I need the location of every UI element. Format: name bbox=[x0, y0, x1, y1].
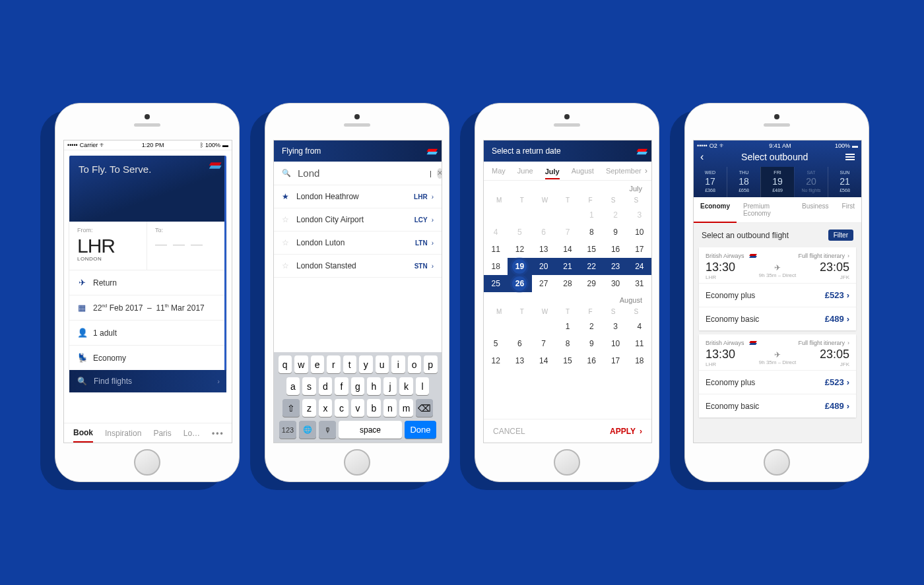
trip-type-field[interactable]: ✈ Return bbox=[69, 270, 224, 295]
calendar-day[interactable]: 11 bbox=[628, 335, 651, 352]
backspace-key[interactable]: ⌫ bbox=[416, 399, 433, 417]
date-strip[interactable]: WED17£368THU18£658FRI19£489SAT20No fligh… bbox=[694, 167, 861, 197]
shift-key[interactable]: ⇧ bbox=[282, 399, 300, 417]
fare-option[interactable]: Economy basic£489 › bbox=[699, 307, 856, 330]
key-x[interactable]: x bbox=[319, 399, 333, 417]
month-tab[interactable]: July bbox=[545, 168, 560, 179]
key-m[interactable]: m bbox=[399, 399, 413, 417]
bottom-tab[interactable]: Paris bbox=[153, 429, 171, 438]
airport-result[interactable]: ★ London HeathrowLHR › bbox=[274, 185, 442, 208]
calendar-day[interactable]: 30 bbox=[603, 275, 627, 292]
month-tab[interactable]: June bbox=[517, 167, 533, 175]
fare-option[interactable]: Economy plus£523 › bbox=[699, 370, 856, 394]
filter-button[interactable]: Filter bbox=[828, 230, 853, 241]
home-button[interactable] bbox=[344, 449, 370, 476]
key-f[interactable]: f bbox=[335, 377, 348, 395]
date-option[interactable]: WED17£368 bbox=[694, 167, 727, 197]
apply-button[interactable]: APPLY› bbox=[610, 427, 642, 436]
calendar-day[interactable]: 29 bbox=[579, 275, 603, 292]
calendar-day[interactable]: 5 bbox=[508, 224, 531, 241]
calendar-day[interactable]: 3 bbox=[628, 206, 651, 224]
calendar-day[interactable]: 24 bbox=[628, 258, 651, 275]
calendar-day[interactable]: 19 bbox=[508, 258, 531, 275]
home-button[interactable] bbox=[134, 449, 160, 476]
calendar-day[interactable]: 15 bbox=[579, 241, 603, 258]
key-y[interactable]: y bbox=[359, 355, 373, 373]
calendar-day[interactable]: 7 bbox=[532, 335, 556, 352]
key-d[interactable]: d bbox=[319, 377, 333, 395]
month-tab[interactable]: August bbox=[572, 167, 594, 175]
calendar-day[interactable]: 15 bbox=[556, 352, 579, 369]
done-key[interactable]: Done bbox=[405, 421, 436, 439]
airport-result[interactable]: ☆ London StanstedSTN › bbox=[274, 255, 442, 278]
mic-key[interactable]: 🎙 bbox=[319, 421, 336, 439]
key-n[interactable]: n bbox=[383, 399, 397, 417]
month-tab[interactable]: May bbox=[492, 167, 506, 175]
cabin-tab[interactable]: Premium Economy bbox=[737, 197, 795, 222]
calendar-day[interactable]: 22 bbox=[579, 258, 603, 275]
bottom-tab[interactable]: Inspiration bbox=[105, 429, 141, 438]
search-bar[interactable]: 🔍 | ✕ bbox=[274, 162, 442, 185]
cabin-field[interactable]: 💺 Economy bbox=[69, 345, 224, 370]
cabin-tab[interactable]: Economy bbox=[694, 197, 737, 223]
home-button[interactable] bbox=[554, 449, 580, 476]
cabin-tabs[interactable]: EconomyPremium EconomyBusinessFirst bbox=[694, 197, 861, 223]
fare-option[interactable]: Economy plus£523 › bbox=[699, 283, 856, 307]
key-u[interactable]: u bbox=[376, 355, 389, 373]
calendar-day[interactable]: 4 bbox=[484, 224, 508, 241]
key-c[interactable]: c bbox=[335, 399, 348, 417]
airport-result[interactable]: ☆ London LutonLTN › bbox=[274, 231, 442, 255]
calendar-day[interactable]: 14 bbox=[532, 352, 556, 369]
calendar-day[interactable]: 9 bbox=[603, 224, 627, 241]
key-t[interactable]: t bbox=[343, 355, 357, 373]
menu-icon[interactable] bbox=[845, 152, 855, 162]
itinerary-link[interactable]: Full flight itinerary › bbox=[798, 253, 849, 259]
dates-field[interactable]: ▦ 22nd Feb 2017 – 11th Mar 2017 bbox=[69, 295, 224, 320]
calendar-day[interactable]: 23 bbox=[603, 258, 627, 275]
key-z[interactable]: z bbox=[302, 399, 316, 417]
search-input[interactable] bbox=[296, 167, 424, 179]
key-e[interactable]: e bbox=[311, 355, 325, 373]
calendar-day[interactable]: 8 bbox=[579, 224, 603, 241]
key-a[interactable]: a bbox=[286, 377, 300, 395]
key-i[interactable]: i bbox=[391, 355, 405, 373]
bottom-tab[interactable]: Book bbox=[73, 428, 93, 443]
num-key[interactable]: 123 bbox=[279, 421, 296, 439]
calendar-day[interactable]: 20 bbox=[532, 258, 556, 275]
key-j[interactable]: j bbox=[383, 377, 397, 395]
calendar-day[interactable]: 5 bbox=[484, 335, 508, 352]
calendar-day[interactable]: 7 bbox=[556, 224, 579, 241]
key-p[interactable]: p bbox=[424, 355, 438, 373]
calendar-day[interactable]: 17 bbox=[628, 241, 651, 258]
calendar-day[interactable]: 13 bbox=[508, 352, 531, 369]
globe-key[interactable]: 🌐 bbox=[299, 421, 316, 439]
passengers-field[interactable]: 👤 1 adult bbox=[69, 320, 224, 345]
date-option[interactable]: SUN21£568 bbox=[828, 167, 861, 197]
calendar-day[interactable]: 16 bbox=[579, 352, 603, 369]
key-r[interactable]: r bbox=[327, 355, 341, 373]
calendar-day[interactable]: 17 bbox=[603, 352, 627, 369]
from-field[interactable]: From: LHR LONDON bbox=[69, 222, 147, 270]
calendar-day[interactable]: 26 bbox=[508, 275, 531, 292]
calendar-day[interactable]: 10 bbox=[603, 335, 627, 352]
key-w[interactable]: w bbox=[294, 355, 308, 373]
calendar-day[interactable]: 6 bbox=[532, 224, 556, 241]
calendar-day[interactable]: 8 bbox=[556, 335, 579, 352]
calendar-day[interactable]: 2 bbox=[603, 206, 627, 224]
fare-option[interactable]: Economy basic£489 › bbox=[699, 394, 856, 417]
chevron-right-icon[interactable]: › bbox=[645, 166, 647, 175]
calendar-day[interactable]: 1 bbox=[579, 206, 603, 224]
month-tab[interactable]: September bbox=[606, 167, 642, 175]
calendar-day[interactable]: 1 bbox=[556, 318, 579, 335]
home-button[interactable] bbox=[764, 449, 790, 476]
space-key[interactable]: space bbox=[339, 421, 402, 439]
calendar-day[interactable]: 21 bbox=[556, 258, 579, 275]
calendar-day[interactable]: 31 bbox=[628, 275, 651, 292]
cabin-tab[interactable]: First bbox=[836, 197, 861, 222]
calendar-day[interactable]: 11 bbox=[484, 241, 508, 258]
more-button[interactable]: ••• bbox=[212, 429, 224, 438]
date-option[interactable]: THU18£658 bbox=[727, 167, 760, 197]
calendar-day[interactable]: 25 bbox=[484, 275, 508, 292]
find-flights-button[interactable]: 🔍 Find flights › bbox=[69, 370, 226, 392]
clear-button[interactable]: ✕ bbox=[437, 168, 442, 179]
